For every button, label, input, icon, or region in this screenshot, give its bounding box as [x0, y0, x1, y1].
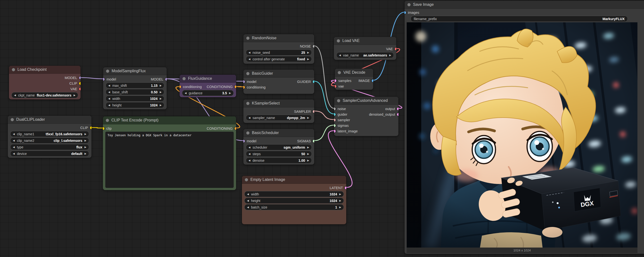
node-header[interactable]: BasicGuider — [244, 70, 314, 78]
prev-arrow-icon[interactable]: ◀ — [339, 54, 341, 56]
widget-batch-size[interactable]: ◀batch_size1▶ — [244, 204, 344, 210]
next-arrow-icon[interactable]: ▶ — [160, 84, 162, 87]
prev-arrow-icon[interactable]: ◀ — [248, 58, 250, 60]
next-arrow-icon[interactable]: ▶ — [307, 153, 309, 155]
output-port-denoised-output[interactable] — [397, 113, 398, 116]
node-flux-guidance[interactable]: FluxGuidance conditioningCONDITIONING ◀g… — [180, 75, 236, 97]
input-port-model[interactable] — [244, 140, 245, 143]
prev-arrow-icon[interactable]: ◀ — [13, 139, 15, 142]
widget-value[interactable]: ae.safetensors — [363, 53, 387, 57]
node-header[interactable]: CLIP Text Encode (Prompt) — [103, 116, 236, 124]
widget-sampler-name[interactable]: ◀sampler_namedpmpp_2m▶ — [246, 115, 312, 121]
next-arrow-icon[interactable]: ▶ — [307, 159, 309, 162]
input-port-images[interactable] — [404, 11, 406, 14]
widget-height[interactable]: ◀height1024▶ — [244, 198, 344, 204]
next-arrow-icon[interactable]: ▶ — [160, 97, 162, 100]
node-header[interactable]: VAE Decode — [335, 69, 373, 77]
widget-filename-prefix[interactable]: filename_prefixMarkuryFLUX — [410, 16, 628, 22]
next-arrow-icon[interactable]: ▶ — [84, 133, 86, 135]
node-basic-guider[interactable]: BasicGuider modelGUIDER conditioning — [244, 70, 314, 94]
widget-value[interactable]: flux — [76, 145, 82, 149]
collapse-dot-icon[interactable] — [337, 99, 340, 102]
output-port-sigmas[interactable] — [313, 140, 314, 143]
widget-clip-name1[interactable]: ◀clip_name1t5xxl_fp16.safetensors▶ — [10, 131, 89, 137]
widget-height[interactable]: ◀height1024▶ — [106, 102, 164, 108]
input-port-sampler[interactable] — [334, 119, 336, 121]
prompt-textarea[interactable]: Toy Jensen holding a DGX Spark in a data… — [105, 132, 234, 188]
input-port-clip[interactable] — [103, 127, 104, 130]
node-model-sampling-flux[interactable]: ModelSamplingFlux modelMODEL ◀max_shift1… — [103, 67, 167, 109]
widget-value[interactable]: 1024 — [150, 97, 158, 101]
input-port-sigmas[interactable] — [334, 124, 336, 127]
collapse-dot-icon[interactable] — [12, 68, 15, 71]
prev-arrow-icon[interactable]: ◀ — [13, 133, 15, 135]
output-port-conditioning[interactable] — [235, 85, 236, 88]
node-random-noise[interactable]: RandomNoise NOISE ◀noise_seed25▶ ◀contro… — [244, 34, 314, 64]
next-arrow-icon[interactable]: ▶ — [84, 153, 86, 155]
next-arrow-icon[interactable]: ▶ — [339, 193, 341, 195]
next-arrow-icon[interactable]: ▶ — [229, 92, 231, 94]
prev-arrow-icon[interactable]: ◀ — [248, 146, 250, 149]
widget-value[interactable]: MarkuryFLUX — [602, 17, 624, 21]
output-port-model[interactable] — [165, 78, 167, 81]
widget-guidance[interactable]: ◀guidance3.5▶ — [182, 90, 234, 96]
node-header[interactable]: Empty Latent Image — [242, 176, 346, 184]
collapse-dot-icon[interactable] — [338, 71, 341, 74]
output-port-conditioning[interactable] — [235, 127, 236, 130]
prev-arrow-icon[interactable]: ◀ — [248, 51, 250, 54]
node-clip-text-encode[interactable]: CLIP Text Encode (Prompt) clipCONDITIONI… — [103, 116, 236, 190]
collapse-dot-icon[interactable] — [245, 178, 248, 181]
output-port-clip[interactable] — [90, 126, 92, 129]
node-dual-clip-loader[interactable]: DualCLIPLoader CLIP ◀clip_name1t5xxl_fp1… — [8, 116, 92, 158]
collapse-dot-icon[interactable] — [246, 131, 250, 135]
next-arrow-icon[interactable]: ▶ — [74, 94, 76, 96]
node-header[interactable]: RandomNoise — [244, 34, 314, 42]
output-port-vae[interactable] — [395, 47, 396, 50]
widget-base-shift[interactable]: ◀base_shift0.50▶ — [106, 89, 164, 95]
node-empty-latent-image[interactable]: Empty Latent Image LATENT ◀width1024▶ ◀h… — [242, 176, 346, 224]
prev-arrow-icon[interactable]: ◀ — [13, 146, 15, 148]
prev-arrow-icon[interactable]: ◀ — [247, 206, 249, 209]
output-port-sampler[interactable] — [313, 110, 314, 113]
collapse-dot-icon[interactable] — [11, 118, 14, 121]
node-header[interactable]: Load Checkpoint — [9, 66, 80, 74]
widget-clip-name2[interactable]: ◀clip_name2clip_l.safetensors▶ — [10, 137, 89, 144]
prev-arrow-icon[interactable]: ◀ — [248, 159, 250, 162]
widget-value[interactable]: 1024 — [330, 199, 337, 203]
output-port-output[interactable] — [397, 107, 398, 110]
prev-arrow-icon[interactable]: ◀ — [108, 104, 110, 106]
collapse-dot-icon[interactable] — [106, 119, 109, 122]
next-arrow-icon[interactable]: ▶ — [307, 58, 309, 60]
output-port-clip[interactable] — [79, 82, 80, 85]
next-arrow-icon[interactable]: ▶ — [160, 104, 162, 106]
next-arrow-icon[interactable]: ▶ — [339, 206, 341, 209]
input-port-conditioning[interactable] — [244, 86, 245, 89]
node-header[interactable]: BasicScheduler — [244, 129, 314, 137]
widget-width[interactable]: ◀width1024▶ — [106, 95, 164, 102]
node-load-vae[interactable]: Load VAE VAE ◀vae_nameae.safetensors▶ — [334, 37, 396, 60]
prev-arrow-icon[interactable]: ◀ — [108, 97, 110, 100]
collapse-dot-icon[interactable] — [246, 102, 250, 105]
output-port-noise[interactable] — [313, 45, 314, 48]
comfyui-graph-canvas[interactable]: { "type_colors": { "MODEL": "#B39DDB", "… — [0, 0, 644, 257]
input-port-model[interactable] — [103, 78, 104, 81]
node-header[interactable]: Save Image — [404, 1, 644, 9]
widget-width[interactable]: ◀width1024▶ — [244, 191, 344, 197]
node-header[interactable]: FluxGuidance — [180, 75, 236, 83]
prev-arrow-icon[interactable]: ◀ — [108, 91, 110, 93]
widget-value[interactable]: default — [71, 152, 82, 156]
widget-vae-name[interactable]: ◀vae_nameae.safetensors▶ — [336, 52, 394, 58]
node-header[interactable]: Load VAE — [334, 37, 396, 45]
next-arrow-icon[interactable]: ▶ — [84, 139, 86, 142]
widget-value[interactable]: 0.50 — [151, 90, 158, 94]
widget-value[interactable]: 25 — [301, 51, 305, 54]
output-port-guider[interactable] — [313, 80, 314, 83]
next-arrow-icon[interactable]: ▶ — [307, 146, 309, 149]
collapse-dot-icon[interactable] — [182, 77, 186, 80]
input-port-vae[interactable] — [335, 85, 336, 88]
prev-arrow-icon[interactable]: ◀ — [248, 153, 250, 155]
node-basic-scheduler[interactable]: BasicScheduler modelSIGMAS ◀schedulersgm… — [244, 129, 314, 165]
widget-value[interactable]: 1024 — [150, 103, 158, 107]
widget-type[interactable]: ◀typeflux▶ — [10, 144, 89, 150]
node-header[interactable]: SamplerCustomAdvanced — [334, 97, 398, 105]
